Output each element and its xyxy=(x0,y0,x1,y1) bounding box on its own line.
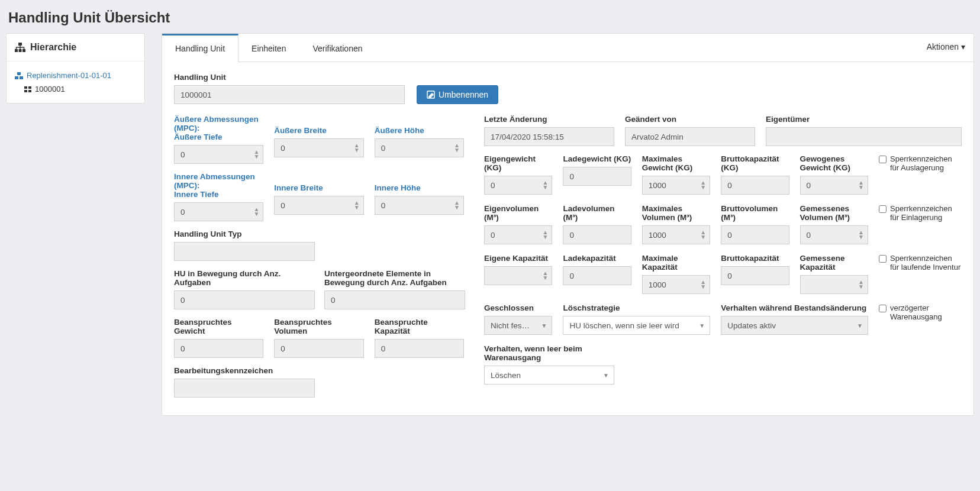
own-weight-input[interactable]: 0▲▼ xyxy=(484,176,552,195)
claimed-capacity-input[interactable] xyxy=(375,339,464,358)
meas-volume-label: Gemessenes Volumen (M³) xyxy=(800,204,868,222)
tab-handling-unit[interactable]: Handling Unit xyxy=(162,34,238,62)
own-capacity-input[interactable]: ▲▼ xyxy=(484,266,552,285)
hu-type-label: Handling Unit Typ xyxy=(174,230,464,238)
hierarchy-label: Hierarchie xyxy=(30,42,76,53)
max-capacity-input[interactable]: 1000▲▼ xyxy=(642,275,710,294)
max-volume-label: Maximales Volumen (M³) xyxy=(642,204,710,222)
lock-inventory-check[interactable]: Sperrkennzeichen für laufende Inventur xyxy=(879,254,962,272)
claimed-volume-input[interactable] xyxy=(274,339,363,358)
svg-rect-6 xyxy=(20,76,23,79)
sitemap-icon xyxy=(15,43,25,52)
tree-child[interactable]: 1000001 xyxy=(11,82,140,96)
svg-rect-4 xyxy=(17,72,21,75)
hu-type-input[interactable] xyxy=(174,242,315,261)
svg-rect-2 xyxy=(19,49,22,52)
inner-depth-input[interactable]: 0▲▼ xyxy=(174,202,263,221)
tab-einheiten[interactable]: Einheiten xyxy=(238,34,299,62)
gross-volume-label: Bruttovolumen (M³) xyxy=(721,204,789,222)
meas-capacity-input[interactable]: ▲▼ xyxy=(800,275,868,294)
del-strategy-label: Löschstrategie xyxy=(563,303,710,312)
changed-by-input[interactable] xyxy=(625,127,755,146)
max-volume-input[interactable]: 1000▲▼ xyxy=(642,225,710,244)
svg-rect-3 xyxy=(22,49,25,52)
outer-depth-input[interactable]: 0▲▼ xyxy=(174,145,263,164)
gross-weight-label: Bruttokapazität (KG) xyxy=(721,154,789,172)
inner-height-label[interactable]: Innere Höhe xyxy=(375,183,464,192)
load-capacity-label: Ladekapazität xyxy=(563,254,631,263)
outer-height-input[interactable]: 0▲▼ xyxy=(375,138,464,157)
del-strategy-select[interactable]: HU löschen, wenn sie leer wird▼ xyxy=(563,316,710,335)
main-panel: Handling Unit Einheiten Verifikationen A… xyxy=(162,33,974,416)
rename-button[interactable]: Umbenennen xyxy=(417,85,498,104)
last-change-label: Letzte Änderung xyxy=(484,115,614,124)
closed-label: Geschlossen xyxy=(484,303,552,312)
hu-moving-input[interactable] xyxy=(174,290,315,309)
gross-weight-input[interactable] xyxy=(721,176,789,195)
gross-capacity-input[interactable] xyxy=(721,266,789,285)
claimed-weight-label: Beanspruchtes Gewicht xyxy=(174,318,263,335)
gross-capacity-label: Bruttokapazität xyxy=(721,254,789,263)
last-change-input[interactable] xyxy=(484,127,614,146)
changed-by-label: Geändert von xyxy=(625,115,755,124)
gross-volume-input[interactable] xyxy=(721,225,789,244)
tabs: Handling Unit Einheiten Verifikationen xyxy=(162,34,973,62)
svg-rect-10 xyxy=(28,90,31,92)
actions-menu[interactable]: Aktionen ▾ xyxy=(927,42,965,51)
hu-id-input[interactable] xyxy=(174,85,405,104)
inner-width-input[interactable]: 0▲▼ xyxy=(274,196,363,215)
tree-child-label: 1000001 xyxy=(35,85,65,93)
inner-dim-header[interactable]: Innere Abmessungen (MPC):Innere Tiefe xyxy=(174,172,263,199)
empty-behavior-select[interactable]: Löschen▼ xyxy=(484,366,614,385)
load-weight-label: Ladegewicht (KG) xyxy=(563,154,631,163)
caret-down-icon: ▾ xyxy=(961,42,965,51)
tree-root-label: Replenishment-01-01-01 xyxy=(27,71,111,80)
proc-flag-input[interactable] xyxy=(174,379,315,398)
meas-weight-input[interactable]: 0▲▼ xyxy=(800,176,868,195)
load-volume-label: Ladevolumen (M³) xyxy=(563,204,631,222)
max-weight-label: Maximales Gewicht (KG) xyxy=(642,154,710,172)
rename-label: Umbenennen xyxy=(439,90,488,99)
outer-dim-header[interactable]: Äußere Abmessungen (MPC):Äußere Tiefe xyxy=(174,115,263,141)
lock-inbound-check[interactable]: Sperrkennzeichen für Einlagerung xyxy=(879,204,962,222)
sub-moving-label: Untergeordnete Elemente in Bewegung durc… xyxy=(324,269,464,287)
svg-rect-5 xyxy=(15,76,18,79)
claimed-volume-label: Beanspruchtes Volumen xyxy=(274,318,363,335)
edit-icon xyxy=(427,91,435,99)
load-volume-input[interactable] xyxy=(563,225,631,244)
hierarchy-panel: Hierarchie Replenishment-01-01-01 100000… xyxy=(6,33,145,104)
outer-height-label[interactable]: Äußere Höhe xyxy=(375,126,464,135)
empty-behavior-label: Verhalten, wenn leer beim Warenausgang xyxy=(484,344,614,362)
sub-moving-input[interactable] xyxy=(324,290,465,309)
own-volume-input[interactable]: 0▲▼ xyxy=(484,225,552,244)
owner-input[interactable] xyxy=(766,127,962,146)
closed-select[interactable]: Nicht fes…▼ xyxy=(484,316,552,335)
hu-label: Handling Unit xyxy=(174,73,405,82)
delayed-outbound-check[interactable]: verzögerter Warenausgang xyxy=(879,303,962,321)
proc-flag-label: Bearbeitungskennzeichen xyxy=(174,366,464,375)
own-volume-label: Eigenvolumen (M³) xyxy=(484,204,552,222)
hu-moving-label: HU in Bewegung durch Anz. Aufgaben xyxy=(174,269,314,287)
own-weight-label: Eigengewicht (KG) xyxy=(484,154,552,172)
lock-outbound-check[interactable]: Sperrkennzeichen für Auslagerung xyxy=(879,154,962,172)
hierarchy-header: Hierarchie xyxy=(7,34,144,62)
meas-volume-input[interactable]: 0▲▼ xyxy=(800,225,868,244)
tree-root[interactable]: Replenishment-01-01-01 xyxy=(11,69,140,82)
load-weight-input[interactable] xyxy=(563,167,631,186)
outer-width-label[interactable]: Äußere Breite xyxy=(274,126,363,135)
meas-weight-label: Gewogenes Gewicht (KG) xyxy=(800,154,868,172)
stock-behavior-label: Verhalten während Bestandsänderung xyxy=(721,303,868,312)
claimed-weight-input[interactable] xyxy=(174,339,263,358)
inner-height-input[interactable]: 0▲▼ xyxy=(375,196,464,215)
meas-capacity-label: Gemessene Kapazität xyxy=(800,254,868,272)
grid-icon xyxy=(24,86,31,92)
max-capacity-label: Maximale Kapazität xyxy=(642,254,710,272)
stock-behavior-select[interactable]: Updates aktiv▼ xyxy=(721,316,868,335)
boxes-icon xyxy=(15,72,23,79)
tab-verifikationen[interactable]: Verifikationen xyxy=(299,34,376,62)
max-weight-input[interactable]: 1000▲▼ xyxy=(642,176,710,195)
svg-rect-9 xyxy=(24,90,27,92)
inner-width-label[interactable]: Innere Breite xyxy=(274,183,363,192)
outer-width-input[interactable]: 0▲▼ xyxy=(274,138,363,157)
load-capacity-input[interactable] xyxy=(563,266,631,285)
